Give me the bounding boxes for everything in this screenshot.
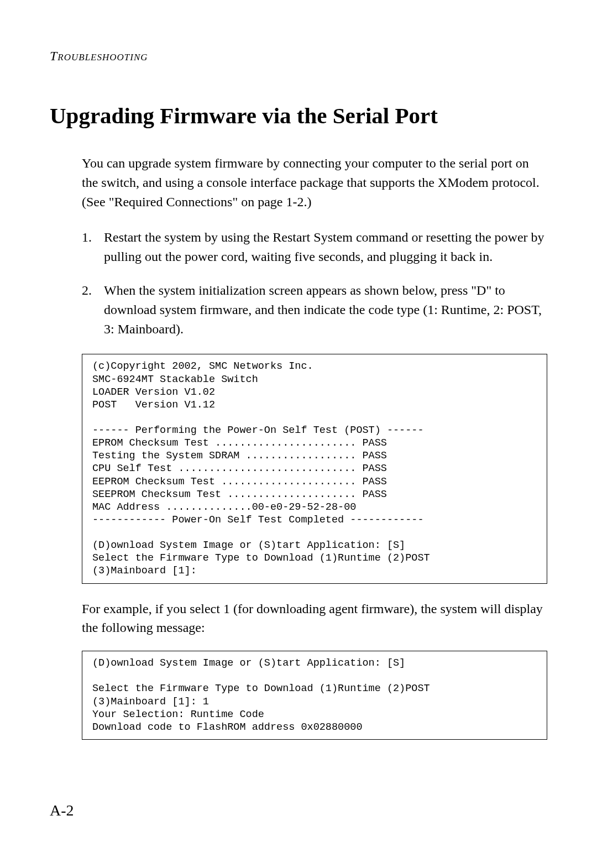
list-item: 1. Restart the system by using the Resta…	[82, 228, 547, 266]
page-number: A-2	[50, 802, 74, 819]
list-text: Restart the system by using the Restart …	[104, 228, 547, 266]
list-number: 2.	[82, 281, 104, 338]
list-number: 1.	[82, 228, 104, 266]
list-item: 2. When the system initialization screen…	[82, 281, 547, 338]
steps-list: 1. Restart the system by using the Resta…	[82, 228, 547, 338]
content-body: You can upgrade system firmware by conne…	[50, 154, 547, 740]
followup-paragraph: For example, if you select 1 (for downlo…	[82, 599, 547, 638]
list-text: When the system initialization screen ap…	[104, 281, 547, 338]
console-output-1: (c)Copyright 2002, SMC Networks Inc. SMC…	[82, 354, 547, 583]
section-header: Troubleshooting	[50, 49, 547, 64]
page-title: Upgrading Firmware via the Serial Port	[50, 103, 547, 128]
intro-paragraph: You can upgrade system firmware by conne…	[82, 154, 547, 211]
console-output-2: (D)ownload System Image or (S)tart Appli…	[82, 651, 547, 740]
